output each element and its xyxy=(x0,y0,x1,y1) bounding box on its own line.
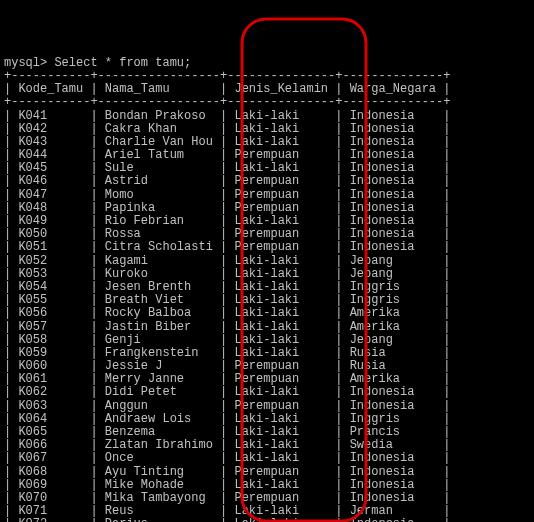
mysql-terminal-output: mysql> Select * from tamu; +-----------+… xyxy=(4,57,534,522)
